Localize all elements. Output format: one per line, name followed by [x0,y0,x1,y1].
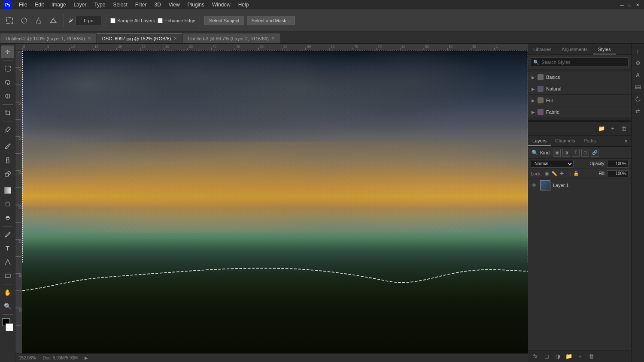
filter-type[interactable]: T [572,149,580,157]
panel-action-add[interactable]: + [608,124,617,133]
minimize-button[interactable]: — [619,2,625,8]
menu-filter[interactable]: Filter [132,1,150,9]
filter-adjustment[interactable]: ◑ [562,149,570,157]
menu-select[interactable]: Select [109,1,131,9]
tool-fill[interactable] [1,184,14,197]
lock-position-icon[interactable]: ✚ [560,171,564,176]
style-group-header-natural[interactable]: ▶ Natural [528,83,631,94]
channels-tab[interactable]: Channels [551,136,579,146]
add-layer-button[interactable]: + [575,352,585,361]
svg-marker-3 [50,18,56,23]
tool-crop[interactable] [1,106,14,119]
tool-eyedropper[interactable] [1,123,14,136]
tool-clone-stamp[interactable] [1,154,14,166]
lock-artboard-icon[interactable]: ⬚ [566,171,571,176]
layers-tab[interactable]: Layers [528,136,551,146]
tool-option-3[interactable] [33,15,45,27]
lock-transparent-icon[interactable]: ▣ [544,171,549,176]
tool-quick-select[interactable] [1,90,14,103]
tool-option-4[interactable] [47,15,59,27]
sample-all-check[interactable] [110,18,115,23]
lock-image-icon[interactable]: ✏️ [551,171,557,176]
panel-action-folder[interactable]: 📁 [597,124,606,133]
tab-dsc6097[interactable]: DSC_6097.jpg @ 152% (RGB/8) ✕ [97,33,182,43]
maximize-button[interactable]: □ [627,2,633,8]
layer-row[interactable]: 👁 Layer 1 [528,178,631,192]
menu-layer[interactable]: Layer [70,1,90,9]
panel-collapse-btn[interactable]: ≡ [623,138,629,145]
style-group-header-fur[interactable]: ▶ Fur [528,95,631,106]
fill-input[interactable] [607,170,629,177]
add-adjustment-button[interactable]: ◑ [553,352,562,361]
color-swatches[interactable] [1,318,14,331]
panel-icon-swap[interactable]: ⇄ [632,106,644,117]
tab-adjustments[interactable]: Adjustments [556,45,593,54]
panel-action-delete[interactable]: 🗑 [619,124,629,133]
tool-zoom[interactable]: 🔍 [1,300,14,313]
panel-icon-layers[interactable] [632,81,644,93]
tool-eraser[interactable] [1,167,14,180]
tool-pen[interactable] [1,228,14,241]
add-group-button[interactable]: 📁 [564,352,574,361]
select-subject-button[interactable]: Select Subject [204,16,244,25]
menu-plugins[interactable]: Plugins [184,1,208,9]
style-group-header-fabric[interactable]: ▶ Fabric [528,106,631,118]
tool-shape[interactable] [1,269,14,282]
menu-3d[interactable]: 3D [151,1,164,9]
panel-icon-text[interactable]: A [632,69,644,81]
menu-image[interactable]: Image [48,1,69,9]
panel-icon-history[interactable] [632,94,644,105]
tool-lasso[interactable] [1,76,14,89]
canvas-viewport[interactable] [22,51,528,353]
tab-untitled2[interactable]: Untitled-2 @ 100% (Layer 1, RGB/8#) ✕ [0,33,97,43]
tool-text[interactable]: T [1,242,14,255]
tab-close-3[interactable]: ✕ [271,36,275,41]
sample-all-checkbox[interactable]: Sample All Layers [110,18,155,23]
filter-pixel[interactable]: ▣ [553,149,561,157]
tool-dodge[interactable] [1,211,14,224]
menu-help[interactable]: Help [235,1,252,9]
add-fx-button[interactable]: fx [531,352,540,361]
opacity-label: Opacity: [589,161,605,166]
tool-move[interactable]: ✛ [1,45,14,58]
menu-type[interactable]: Type [91,1,109,9]
tab-close-1[interactable]: ✕ [88,36,91,41]
panel-icon-move[interactable]: ↕ [632,45,644,57]
lock-all-icon[interactable]: 🔒 [573,171,579,176]
tab-close-2[interactable]: ✕ [173,36,177,41]
paths-tab[interactable]: Paths [580,136,600,146]
tool-brush[interactable] [1,140,14,153]
filter-smart[interactable]: 🔗 [591,149,598,157]
blend-mode-select[interactable]: Normal Multiply Screen Overlay [531,160,574,168]
tab-libraries[interactable]: Libraries [528,45,556,54]
styles-search-input[interactable] [531,57,629,67]
menu-view[interactable]: View [165,1,183,9]
filter-shape[interactable]: ◻ [581,149,589,157]
tool-option-1[interactable] [3,15,15,27]
svg-point-76 [637,63,638,64]
tool-option-2[interactable] [18,15,30,27]
tab-untitled3[interactable]: Untitled-3 @ 66.7% (Layer 2, RGB/8#) ✕ [182,33,280,43]
feather-input[interactable] [76,16,101,25]
right-panel: Libraries Adjustments Styles 🔍 ▶ [528,44,644,362]
status-arrow[interactable]: ▶ [85,356,88,360]
tool-blur[interactable] [1,198,14,211]
tab-styles[interactable]: Styles [593,45,616,54]
menu-edit[interactable]: Edit [31,1,47,9]
background-color[interactable] [6,323,13,331]
add-mask-button[interactable]: ◻ [542,352,551,361]
select-mask-button[interactable]: Select and Mask... [247,16,295,25]
tool-path-select[interactable] [1,256,14,268]
panel-icon-camera[interactable] [632,57,644,69]
tool-hand[interactable]: ✋ [1,286,14,299]
opacity-input[interactable] [607,160,629,168]
tool-rect-select[interactable] [1,62,14,75]
layer-visibility-icon[interactable]: 👁 [531,182,538,189]
menu-window[interactable]: Window [209,1,234,9]
close-button[interactable]: ✕ [635,2,641,8]
delete-layer-button[interactable]: 🗑 [586,352,596,361]
enhance-edge-check[interactable] [158,18,163,23]
menu-file[interactable]: File [15,1,30,9]
style-group-header-basics[interactable]: ▶ Basics [528,72,631,83]
enhance-edge-checkbox[interactable]: Enhance Edge [158,18,195,23]
